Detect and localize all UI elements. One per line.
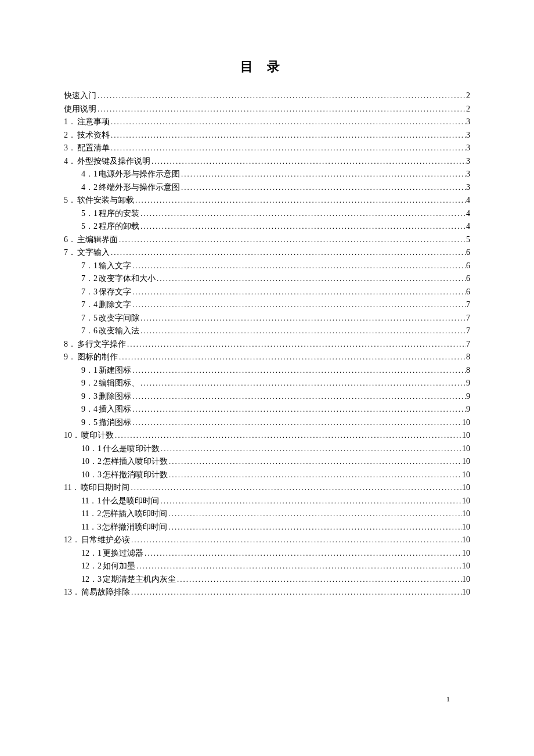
toc-entry-label: 日常维护必读 bbox=[81, 536, 130, 544]
toc-entry-page: 10 bbox=[462, 497, 470, 505]
toc-entry-page: 10 bbox=[462, 536, 470, 544]
toc-entry-page: 10 bbox=[462, 575, 470, 584]
toc-entry-page: 8 bbox=[466, 366, 470, 375]
toc-title: 目录 bbox=[64, 58, 470, 75]
toc-entry-number: 11．2 bbox=[81, 510, 101, 518]
toc-entry: 7．1 输入文字6 bbox=[64, 262, 470, 270]
toc-entry-label: 程序的安装 bbox=[99, 210, 139, 218]
toc-dots bbox=[139, 327, 466, 334]
toc-entry-label: 图标的制作 bbox=[77, 353, 118, 361]
toc-dots bbox=[131, 288, 466, 296]
toc-entry: 6．主编辑界面5 bbox=[64, 236, 470, 244]
toc-entry: 13．简易故障排除 10 bbox=[64, 588, 470, 596]
toc-dots bbox=[110, 131, 466, 139]
toc-list: 快速入门2使用说明21．注意事项32．技术资料33．配置清单34．外型按键及操作… bbox=[64, 92, 470, 596]
toc-dots bbox=[110, 144, 466, 152]
toc-entry-page: 7 bbox=[466, 314, 470, 322]
toc-entry-label: 撤消图标 bbox=[99, 419, 131, 427]
toc-entry-number: 10．3 bbox=[81, 471, 102, 479]
toc-dots bbox=[159, 497, 462, 505]
toc-dots bbox=[168, 458, 462, 465]
toc-entry-page: 10 bbox=[462, 431, 470, 440]
toc-dots bbox=[176, 575, 462, 583]
toc-dots bbox=[160, 445, 462, 452]
toc-entry-page: 10 bbox=[462, 458, 470, 466]
toc-entry-label: 外型按键及操作说明 bbox=[77, 157, 150, 165]
toc-dots bbox=[118, 236, 466, 243]
toc-entry: 12．3 定期清楚主机内灰尘10 bbox=[64, 575, 470, 584]
toc-entry-label: 简易故障排除 bbox=[81, 588, 130, 596]
toc-dots bbox=[96, 92, 466, 99]
toc-entry-label: 删除图标 bbox=[99, 393, 131, 401]
toc-entry-number: 9．1 bbox=[81, 366, 98, 375]
toc-entry-page: 3 bbox=[466, 170, 470, 178]
toc-entry-label: 什么是喷印计数 bbox=[103, 445, 160, 453]
toc-dots bbox=[135, 562, 462, 570]
toc-entry: 9．2 编辑图标、9 bbox=[64, 379, 470, 387]
toc-entry-page: 10 bbox=[462, 471, 470, 479]
toc-entry-number: 11．1 bbox=[81, 497, 101, 505]
toc-entry-label: 快速入门 bbox=[64, 92, 96, 100]
toc-entry-page: 7 bbox=[466, 327, 470, 335]
toc-entry-label: 注意事项 bbox=[77, 118, 110, 126]
toc-entry: 7．3 保存文字6 bbox=[64, 288, 470, 296]
toc-dots bbox=[118, 353, 466, 361]
toc-dots bbox=[139, 222, 466, 230]
toc-entry-label: 喷印计数 bbox=[81, 431, 114, 440]
toc-entry: 11．喷印日期时间 10 bbox=[64, 484, 470, 492]
toc-entry-label: 更换过滤器 bbox=[103, 549, 143, 557]
toc-entry-number: 7．6 bbox=[81, 327, 98, 335]
toc-entry-number: 1． bbox=[64, 118, 76, 126]
toc-entry-number: 4．1 bbox=[81, 170, 98, 178]
toc-entry-number: 8． bbox=[64, 340, 76, 348]
toc-dots bbox=[156, 275, 466, 282]
toc-entry-number: 10．2 bbox=[81, 458, 102, 466]
toc-entry-label: 如何加墨 bbox=[103, 562, 135, 570]
toc-entry-number: 11． bbox=[64, 484, 80, 492]
toc-entry-number: 12．1 bbox=[81, 549, 102, 557]
toc-entry-page: 10 bbox=[462, 523, 470, 531]
toc-entry-label: 主编辑界面 bbox=[77, 236, 118, 244]
toc-entry-label: 怎样插入喷印计数 bbox=[103, 458, 168, 466]
toc-entry-label: 什么是喷印时间 bbox=[102, 497, 159, 505]
toc-entry-label: 删除文字 bbox=[99, 301, 131, 309]
toc-entry-label: 使用说明 bbox=[64, 105, 96, 113]
toc-entry-label: 改变输入法 bbox=[99, 327, 139, 335]
toc-entry-label: 程序的卸载 bbox=[99, 222, 139, 231]
toc-entry: 2．技术资料3 bbox=[64, 131, 470, 139]
toc-dots bbox=[131, 366, 466, 374]
toc-entry-label: 配置清单 bbox=[77, 144, 110, 152]
toc-entry: 5．1 程序的安装4 bbox=[64, 210, 470, 218]
toc-entry-number: 7．5 bbox=[81, 314, 98, 322]
toc-dots bbox=[96, 105, 466, 113]
toc-dots bbox=[110, 118, 466, 125]
toc-entry-number: 13． bbox=[64, 588, 80, 596]
toc-entry-label: 改变字体和大小 bbox=[99, 275, 156, 283]
toc-entry-number: 5．1 bbox=[81, 210, 98, 218]
toc-entry-page: 10 bbox=[462, 445, 470, 453]
toc-entry-page: 7 bbox=[466, 301, 470, 309]
toc-entry-page: 3 bbox=[466, 118, 470, 126]
toc-entry-number: 6． bbox=[64, 236, 76, 244]
toc-entry-label: 终端外形与操作示意图 bbox=[99, 183, 180, 192]
toc-entry-page: 10 bbox=[462, 588, 470, 596]
toc-entry: 4．外型按键及操作说明 3 bbox=[64, 157, 470, 165]
toc-entry-page: 10 bbox=[462, 562, 470, 570]
toc-entry-label: 电源外形与操作示意图 bbox=[99, 170, 180, 178]
toc-entry-page: 9 bbox=[466, 379, 470, 387]
toc-entry-number: 12． bbox=[64, 536, 80, 544]
toc-entry: 9．4 插入图标9 bbox=[64, 405, 470, 413]
toc-entry-label: 编辑图标、 bbox=[99, 379, 139, 387]
toc-entry-page: 2 bbox=[466, 92, 470, 100]
toc-dots bbox=[150, 157, 466, 165]
toc-entry-label: 文字输入 bbox=[77, 249, 110, 257]
toc-entry-page: 3 bbox=[466, 144, 470, 152]
toc-entry: 9．3 删除图标9 bbox=[64, 393, 470, 401]
toc-entry: 7．5 改变字间隙7 bbox=[64, 314, 470, 322]
toc-entry: 11．2 怎样插入喷印时间10 bbox=[64, 510, 470, 518]
toc-entry-page: 10 bbox=[462, 419, 470, 427]
toc-dots bbox=[168, 471, 462, 478]
toc-dots bbox=[167, 523, 462, 531]
toc-entry: 9．图标的制作8 bbox=[64, 353, 470, 361]
toc-dots bbox=[143, 549, 462, 557]
